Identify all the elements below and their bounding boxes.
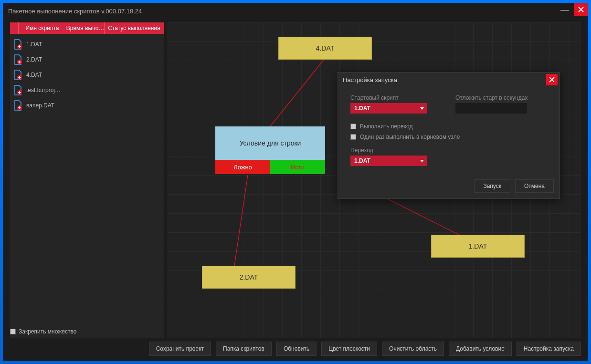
col-name[interactable]: Имя скрипта bbox=[19, 22, 66, 34]
col-spacer bbox=[10, 22, 19, 34]
pin-label: Закрепить множество bbox=[19, 328, 76, 335]
close-button[interactable] bbox=[574, 3, 588, 16]
scripts-folder-button[interactable]: Папка скриптов bbox=[216, 342, 272, 356]
refresh-button[interactable]: Обновить bbox=[276, 342, 317, 356]
list-item[interactable]: 1.DAT bbox=[10, 37, 164, 52]
checkbox-icon bbox=[10, 329, 16, 334]
node-2dat[interactable]: 2.DAT bbox=[202, 266, 296, 289]
dialog-title-bar[interactable]: Настройка запуска bbox=[338, 73, 559, 87]
checkbox-go[interactable]: Выполнить переход bbox=[350, 123, 547, 130]
titlebar[interactable]: Пакетное выполнение скриптов v.000.07.18… bbox=[3, 3, 588, 19]
delay-label: Отложить старт в секундах bbox=[455, 94, 528, 101]
node-label: 4.DAT bbox=[316, 44, 335, 52]
dialog-footer: Запуск Отмена bbox=[338, 177, 559, 198]
window-title: Пакетное выполнение скриптов v.000.07.18… bbox=[8, 8, 142, 15]
list-item-label: test.burproj… bbox=[26, 87, 61, 94]
node-label: 2.DAT bbox=[240, 273, 258, 281]
combo-value: 1.DAT bbox=[354, 105, 370, 112]
file-add-icon bbox=[13, 54, 22, 65]
launch-button[interactable]: Запуск bbox=[474, 179, 510, 193]
delay-input[interactable] bbox=[455, 103, 527, 114]
transition-combo[interactable]: 1.DAT bbox=[350, 156, 427, 166]
pin-set-checkbox[interactable]: Закрепить множество bbox=[10, 328, 76, 335]
minimize-button[interactable]: — bbox=[555, 3, 574, 16]
list-header: Имя скрипта Время выпо… Статус выполнени… bbox=[10, 22, 164, 34]
checkbox-once[interactable]: Один раз выполнить в корневом узле bbox=[350, 134, 547, 140]
checkbox-label: Выполнить переход bbox=[360, 123, 412, 130]
sidebar: Имя скрипта Время выпо… Статус выполнени… bbox=[10, 22, 164, 338]
condition-false[interactable]: Ложно bbox=[215, 160, 270, 174]
clear-area-button[interactable]: Очистить область bbox=[382, 342, 444, 356]
list-item-label: 4.DAT bbox=[26, 72, 42, 78]
col-time[interactable]: Время выпо… bbox=[66, 22, 105, 34]
list-item-label: 1.DAT bbox=[26, 41, 42, 48]
launch-config-button[interactable]: Настройка запуска bbox=[517, 342, 581, 356]
close-icon bbox=[549, 77, 555, 83]
cancel-button[interactable]: Отмена bbox=[515, 179, 554, 193]
col-status[interactable]: Статус выполнения bbox=[105, 22, 164, 34]
node-1dat[interactable]: 1.DAT bbox=[431, 235, 525, 258]
transition-label: Переход bbox=[350, 147, 547, 154]
dialog-close-button[interactable] bbox=[546, 74, 558, 85]
condition-true[interactable]: Исти bbox=[270, 160, 325, 174]
launch-config-dialog[interactable]: Настройка запуска Стартовый скрипт 1.DAT… bbox=[338, 72, 560, 199]
node-label: 1.DAT bbox=[469, 242, 487, 250]
main-window: Пакетное выполнение скриптов v.000.07.18… bbox=[3, 3, 588, 361]
list-item[interactable]: 4.DAT bbox=[10, 67, 164, 83]
file-add-icon bbox=[13, 70, 22, 80]
list-item-label: вапер.DAT bbox=[26, 102, 54, 109]
condition-title: Условие для строки bbox=[240, 139, 301, 147]
file-add-icon bbox=[13, 85, 22, 95]
bottom-toolbar: Сохранить проект Папка скриптов Обновить… bbox=[170, 342, 581, 356]
node-4dat[interactable]: 4.DAT bbox=[278, 37, 372, 60]
file-add-icon bbox=[13, 39, 22, 50]
list-item-label: 2.DAT bbox=[26, 56, 42, 63]
list-item[interactable]: вапер.DAT bbox=[10, 98, 164, 113]
start-script-label: Стартовый скрипт bbox=[350, 94, 427, 101]
list-item[interactable]: test.burproj… bbox=[10, 83, 164, 98]
dialog-title: Настройка запуска bbox=[343, 76, 397, 83]
chevron-down-icon bbox=[420, 160, 424, 162]
add-condition-button[interactable]: Добавить условие bbox=[449, 342, 512, 356]
list-item[interactable]: 2.DAT bbox=[10, 52, 164, 67]
start-script-combo[interactable]: 1.DAT bbox=[350, 103, 427, 114]
checkbox-label: Один раз выполнить в корневом узле bbox=[360, 134, 460, 140]
dialog-body: Стартовый скрипт 1.DAT Отложить старт в … bbox=[338, 87, 559, 177]
plane-color-button[interactable]: Цвет плоскости bbox=[321, 342, 377, 356]
condition-body: Условие для строки bbox=[215, 126, 325, 160]
checkbox-icon bbox=[350, 134, 356, 140]
file-add-icon bbox=[13, 100, 22, 111]
script-list: 1.DAT 2.DAT 4.DAT bbox=[10, 34, 164, 113]
checkbox-icon bbox=[350, 124, 356, 129]
chevron-down-icon bbox=[420, 107, 424, 110]
close-icon bbox=[578, 7, 584, 12]
combo-value: 1.DAT bbox=[354, 157, 370, 164]
save-project-button[interactable]: Сохранить проект bbox=[149, 342, 211, 356]
condition-node[interactable]: Условие для строки Ложно Исти bbox=[215, 126, 325, 174]
